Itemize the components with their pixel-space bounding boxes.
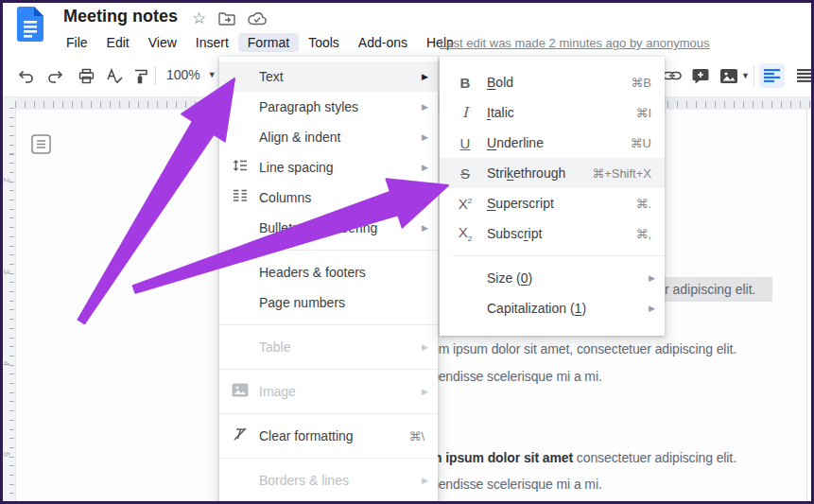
menu-addons[interactable]: Add-ons bbox=[349, 33, 417, 52]
submenu-item-underline[interactable]: U Underline ⌘U bbox=[440, 128, 665, 158]
spellcheck-icon[interactable] bbox=[104, 66, 125, 85]
italic-icon: I bbox=[453, 104, 477, 121]
menu-view[interactable]: View bbox=[139, 33, 186, 52]
document-outline-icon[interactable] bbox=[31, 134, 51, 154]
redo-icon[interactable] bbox=[45, 66, 66, 85]
submenu-arrow-icon: ▶ bbox=[649, 304, 655, 313]
submenu-item-italic[interactable]: I Italic ⌘I bbox=[440, 97, 665, 128]
format-menu-item-headers-footers[interactable]: Headers & footers bbox=[219, 257, 438, 287]
superscript-icon: X2 bbox=[453, 196, 477, 212]
submenu-item-bold[interactable]: B Bold ⌘B bbox=[440, 67, 665, 97]
align-left-button[interactable] bbox=[759, 63, 785, 88]
zoom-value: 100% bbox=[166, 67, 200, 82]
google-docs-logo[interactable] bbox=[17, 7, 43, 42]
menu-divider bbox=[219, 324, 438, 325]
format-menu-item-table: Table ▶ bbox=[219, 332, 438, 362]
menubar: File Edit View Insert Format Tools Add-o… bbox=[57, 31, 463, 54]
format-menu: Text ▶ Paragraph styles ▶ Align & indent… bbox=[219, 57, 438, 504]
submenu-item-capitalization[interactable]: Capitalization (1) ▶ bbox=[440, 293, 665, 323]
print-icon[interactable] bbox=[76, 66, 96, 85]
format-menu-item-clear-formatting[interactable]: Clear formatting ⌘\ bbox=[219, 421, 438, 451]
toolbar-divider bbox=[753, 66, 754, 85]
clear-formatting-icon bbox=[229, 426, 251, 445]
shortcut-label: ⌘\ bbox=[408, 429, 424, 443]
shortcut-label: ⌘, bbox=[635, 227, 651, 241]
subscript-icon: X2 bbox=[453, 224, 477, 243]
format-menu-item-image: Image ▶ bbox=[219, 376, 438, 407]
insert-link-icon[interactable] bbox=[662, 66, 683, 85]
submenu-arrow-icon: ▶ bbox=[422, 163, 428, 172]
image-dropdown-caret-icon[interactable]: ▼ bbox=[741, 71, 750, 80]
menu-edit[interactable]: Edit bbox=[97, 33, 139, 52]
ruler-number: 5 bbox=[2, 452, 11, 461]
menu-format[interactable]: Format bbox=[238, 33, 299, 52]
format-menu-item-borders-lines: Borders & lines ▶ bbox=[219, 465, 438, 495]
title-actions: ☆ bbox=[192, 9, 267, 28]
shortcut-label: ⌘. bbox=[635, 197, 651, 211]
chevron-down-icon: ▼ bbox=[208, 70, 216, 79]
last-edit-link[interactable]: Last edit was made 2 minutes ago by anon… bbox=[440, 36, 709, 50]
google-docs-window: Meeting notes ☆ File Edit View Insert Fo… bbox=[0, 0, 814, 504]
menu-file[interactable]: File bbox=[57, 33, 97, 52]
shortcut-label: ⌘+Shift+X bbox=[592, 166, 651, 181]
format-menu-item-align-indent[interactable]: Align & indent ▶ bbox=[219, 122, 438, 152]
cloud-saved-icon[interactable] bbox=[248, 12, 267, 26]
star-icon[interactable]: ☆ bbox=[192, 9, 206, 28]
format-menu-item-bullets-numbering[interactable]: Bullets & numbering ▶ bbox=[219, 213, 438, 243]
selected-text[interactable]: r adipiscing elit. bbox=[650, 277, 772, 302]
submenu-item-subscript[interactable]: X2 Subscript ⌘, bbox=[440, 218, 665, 249]
doc-text-line[interactable]: pendisse scelerisque mi a mi. bbox=[431, 477, 602, 492]
submenu-arrow-icon: ▶ bbox=[422, 102, 428, 112]
line-spacing-icon bbox=[229, 158, 251, 177]
submenu-item-superscript[interactable]: X2 Superscript ⌘. bbox=[440, 188, 665, 218]
submenu-arrow-icon: ▶ bbox=[422, 223, 428, 233]
image-icon bbox=[229, 383, 251, 401]
underline-icon: U bbox=[453, 135, 477, 151]
ruler-number: 3 bbox=[2, 269, 11, 279]
ruler-number: 4 bbox=[2, 361, 11, 371]
shortcut-label: ⌘I bbox=[635, 106, 651, 120]
paint-format-icon[interactable] bbox=[130, 66, 151, 85]
move-folder-icon[interactable] bbox=[218, 12, 235, 26]
strikethrough-icon: S bbox=[453, 165, 477, 182]
menu-divider bbox=[219, 458, 438, 459]
vertical-ruler[interactable]: 2 3 4 5 bbox=[0, 96, 15, 504]
doc-text-line[interactable]: m ipsum dolor sit amet consectetuer adip… bbox=[430, 450, 736, 465]
submenu-item-size[interactable]: Size (0) ▶ bbox=[440, 263, 665, 293]
submenu-arrow-icon: ▶ bbox=[422, 132, 428, 142]
menu-divider bbox=[453, 255, 665, 256]
submenu-arrow-icon: ▶ bbox=[422, 387, 428, 396]
format-menu-item-text[interactable]: Text ▶ bbox=[219, 61, 438, 92]
add-comment-icon[interactable] bbox=[690, 66, 711, 85]
submenu-arrow-icon: ▶ bbox=[649, 273, 655, 283]
ruler-number: 2 bbox=[2, 178, 11, 187]
menu-divider bbox=[219, 369, 438, 370]
undo-icon[interactable] bbox=[15, 66, 36, 85]
format-menu-item-paragraph-styles[interactable]: Paragraph styles ▶ bbox=[219, 92, 438, 122]
insert-image-icon[interactable] bbox=[719, 66, 739, 85]
header-bar: Meeting notes ☆ File Edit View Insert Fo… bbox=[0, 0, 814, 55]
columns-icon bbox=[229, 189, 251, 206]
toolbar-divider bbox=[155, 66, 156, 85]
submenu-item-strikethrough[interactable]: S Strikethrough ⌘+Shift+X bbox=[440, 158, 665, 188]
menu-insert[interactable]: Insert bbox=[186, 33, 238, 52]
format-menu-item-page-numbers[interactable]: Page numbers bbox=[219, 287, 438, 318]
align-left-icon bbox=[764, 69, 780, 82]
doc-text-line[interactable]: em ipsum dolor sit amet, consectetuer ad… bbox=[431, 341, 736, 356]
format-menu-item-columns[interactable]: Columns bbox=[219, 182, 438, 213]
document-title[interactable]: Meeting notes bbox=[63, 7, 178, 26]
submenu-arrow-icon: ▶ bbox=[422, 342, 428, 352]
zoom-control[interactable]: 100% ▼ bbox=[166, 67, 216, 82]
menu-divider bbox=[219, 413, 438, 414]
format-menu-item-line-spacing[interactable]: Line spacing ▶ bbox=[219, 152, 438, 182]
text-submenu: B Bold ⌘B I Italic ⌘I U Underline ⌘U S S… bbox=[440, 57, 665, 336]
doc-text-line[interactable]: pendisse scelerisque mi a mi. bbox=[431, 369, 602, 384]
shortcut-label: ⌘B bbox=[631, 76, 651, 90]
bold-icon: B bbox=[453, 75, 477, 91]
submenu-arrow-icon: ▶ bbox=[422, 72, 428, 81]
submenu-arrow-icon: ▶ bbox=[422, 476, 428, 485]
menu-divider bbox=[219, 250, 438, 251]
menu-tools[interactable]: Tools bbox=[299, 33, 349, 52]
align-justify-icon[interactable] bbox=[794, 66, 814, 85]
shortcut-label: ⌘U bbox=[631, 136, 651, 150]
